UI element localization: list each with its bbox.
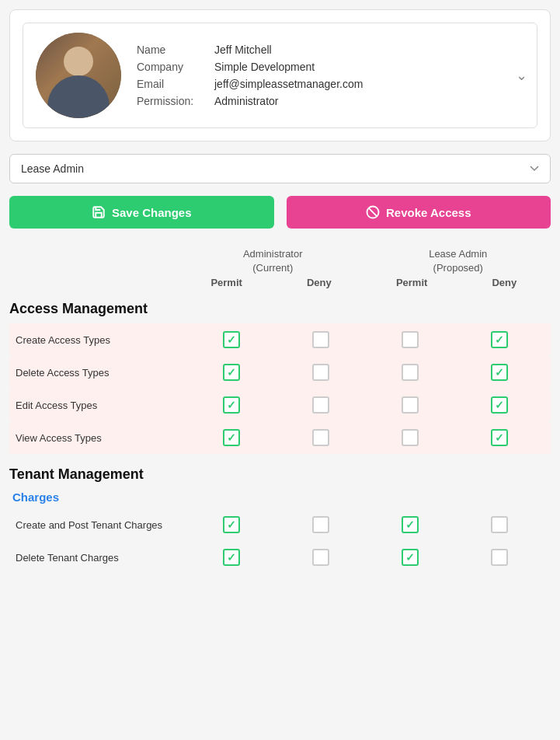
profile-card: Name Jeff Mitchell Company Simple Develo… xyxy=(23,23,537,128)
checkbox-current-deny[interactable] xyxy=(276,429,365,446)
col-header-permit-proposed: Permit xyxy=(366,277,458,288)
email-label: Email xyxy=(137,75,214,92)
table-row: Delete Access Types xyxy=(9,356,551,389)
svg-line-1 xyxy=(369,208,377,217)
checkbox-proposed-deny[interactable] xyxy=(455,549,544,566)
save-button[interactable]: Save Changes xyxy=(9,196,274,229)
permission-name: Delete Tenant Charges xyxy=(16,552,186,564)
section-tenant-management: Tenant Management Charges Create and Pos… xyxy=(9,466,551,574)
checkbox-proposed-permit[interactable] xyxy=(366,429,455,446)
checkbox-current-permit[interactable] xyxy=(186,331,276,348)
permission-name: Edit Access Types xyxy=(16,400,186,411)
checkbox-current-permit[interactable] xyxy=(186,516,276,533)
name-label: Name xyxy=(137,41,214,58)
company-label: Company xyxy=(137,58,214,75)
checkbox-proposed-permit[interactable] xyxy=(366,516,455,533)
checkbox-current-deny[interactable] xyxy=(276,516,365,533)
permission-value: Administrator xyxy=(214,92,369,110)
permission-name: Create and Post Tenant Charges xyxy=(16,519,186,531)
permissions-table: Administrator (Current) Lease Admin (Pro… xyxy=(9,247,551,574)
avatar xyxy=(36,33,121,118)
email-value: jeff@simpleassetmanager.com xyxy=(214,75,369,92)
checkbox-proposed-deny[interactable] xyxy=(455,429,544,446)
table-row: Create Access Types xyxy=(9,323,551,356)
action-buttons: Save Changes Revoke Access xyxy=(9,196,551,229)
checkbox-proposed-permit[interactable] xyxy=(366,331,455,348)
revoke-label: Revoke Access xyxy=(386,206,471,219)
permission-name: View Access Types xyxy=(16,432,186,444)
checkbox-proposed-deny[interactable] xyxy=(455,364,544,381)
checkbox-current-deny[interactable] xyxy=(276,549,365,566)
checkbox-current-permit[interactable] xyxy=(186,364,276,381)
chevron-down-icon: ⌄ xyxy=(516,67,527,84)
checkbox-proposed-permit[interactable] xyxy=(366,364,455,381)
col-header-deny-proposed: Deny xyxy=(458,277,551,288)
checkbox-current-permit[interactable] xyxy=(186,549,276,566)
subsection-title-charges[interactable]: Charges xyxy=(9,490,551,504)
section-access-management: Access Management Create Access Types De… xyxy=(9,301,551,454)
revoke-button[interactable]: Revoke Access xyxy=(287,196,551,229)
section-title-access: Access Management xyxy=(9,301,551,317)
table-row: Edit Access Types xyxy=(9,389,551,421)
section-title-tenant: Tenant Management xyxy=(9,466,551,483)
permission-dropdown-section: Lease Admin Administrator Viewer Editor xyxy=(9,154,551,183)
col-header-permit-current: Permit xyxy=(180,277,273,288)
checkbox-current-permit[interactable] xyxy=(186,396,276,414)
checkbox-proposed-permit[interactable] xyxy=(366,396,455,414)
checkbox-proposed-deny[interactable] xyxy=(455,331,544,348)
checkbox-current-deny[interactable] xyxy=(276,364,365,381)
company-value: Simple Development xyxy=(214,58,369,75)
permission-name: Create Access Types xyxy=(16,334,186,346)
ban-icon xyxy=(366,205,380,219)
col-header-deny-current: Deny xyxy=(273,277,365,288)
checkbox-current-deny[interactable] xyxy=(276,396,365,414)
current-role-header: Administrator (Current) xyxy=(180,247,366,275)
permission-dropdown[interactable]: Lease Admin Administrator Viewer Editor xyxy=(9,154,551,183)
permission-name: Delete Access Types xyxy=(16,367,186,379)
checkbox-proposed-permit[interactable] xyxy=(366,549,455,566)
table-row: View Access Types xyxy=(9,421,551,454)
checkbox-current-deny[interactable] xyxy=(276,331,365,348)
permission-label: Permission: xyxy=(137,92,214,110)
save-label: Save Changes xyxy=(112,206,192,219)
checkbox-current-permit[interactable] xyxy=(186,429,276,446)
table-row: Create and Post Tenant Charges xyxy=(9,508,551,541)
proposed-role-header: Lease Admin (Proposed) xyxy=(366,247,551,275)
name-value: Jeff Mitchell xyxy=(214,41,369,58)
checkbox-proposed-deny[interactable] xyxy=(455,396,544,414)
save-icon xyxy=(92,205,106,219)
table-row: Delete Tenant Charges xyxy=(9,541,551,574)
checkbox-proposed-deny[interactable] xyxy=(455,516,544,533)
profile-info: Name Jeff Mitchell Company Simple Develo… xyxy=(137,41,369,110)
